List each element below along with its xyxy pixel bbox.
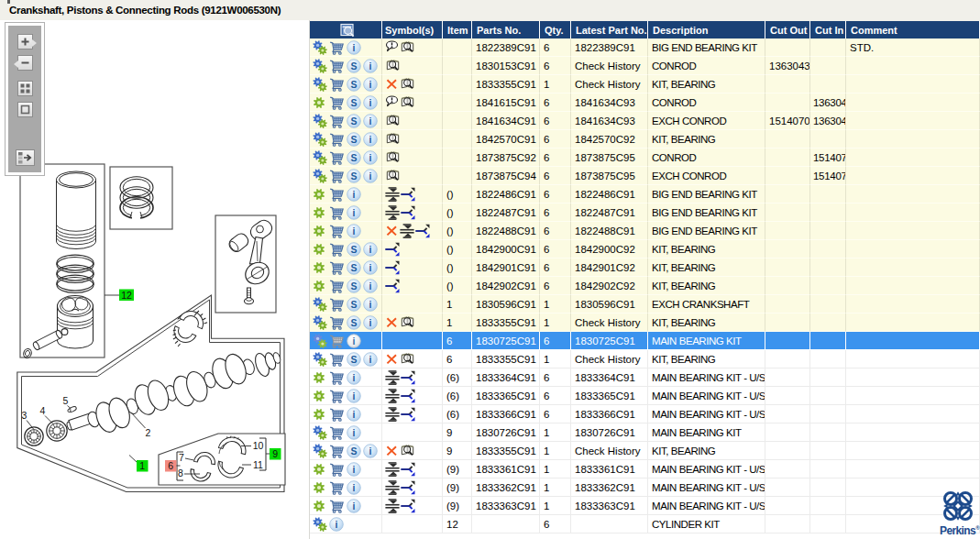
svg-text:9: 9	[272, 448, 278, 459]
svg-text:4: 4	[40, 405, 46, 416]
svg-text:8: 8	[178, 468, 183, 478]
svg-text:6: 6	[168, 460, 173, 471]
svg-text:1: 1	[139, 460, 145, 471]
svg-text:10: 10	[253, 440, 264, 451]
svg-text:7: 7	[179, 452, 184, 463]
svg-text:5: 5	[63, 395, 69, 406]
svg-text:12: 12	[121, 290, 132, 301]
svg-text:11: 11	[253, 459, 263, 470]
svg-text:2: 2	[146, 427, 151, 438]
svg-text:3: 3	[22, 410, 28, 421]
